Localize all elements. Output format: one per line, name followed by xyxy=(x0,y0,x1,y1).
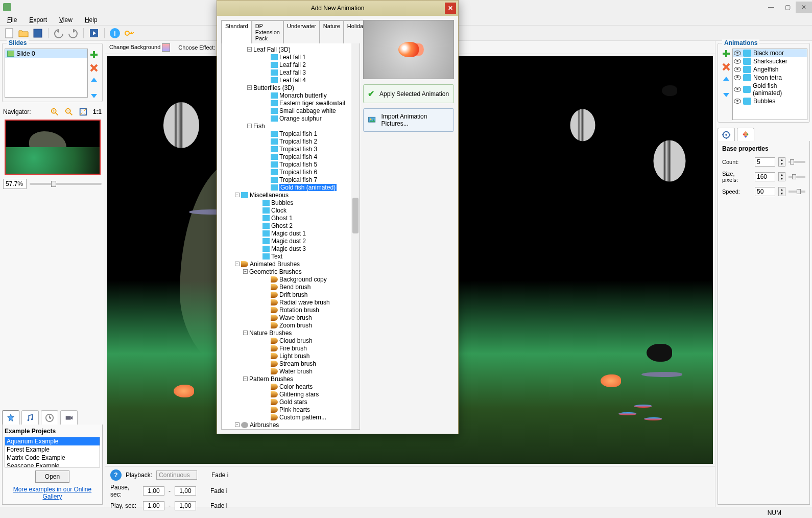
menu-help[interactable]: Help xyxy=(81,15,102,25)
tree-node[interactable]: Tropical fish 5 xyxy=(223,160,359,168)
open-button[interactable] xyxy=(17,27,30,39)
playback-mode-select[interactable]: Continuous xyxy=(156,470,197,480)
move-slide-up-button[interactable] xyxy=(89,76,99,86)
menu-export[interactable]: Export xyxy=(25,15,51,25)
tree-node[interactable]: Tropical fish 2 xyxy=(223,137,359,145)
tree-node[interactable]: Ghost 2 xyxy=(223,222,359,229)
speed-spinner[interactable]: ▲▼ xyxy=(778,187,785,196)
example-item[interactable]: Forest Example xyxy=(5,445,100,454)
speed-input[interactable]: 50 xyxy=(755,187,775,196)
tab-camera[interactable] xyxy=(60,410,78,425)
tree-node[interactable]: Water brush xyxy=(223,367,359,375)
change-background-button[interactable]: Change Background xyxy=(109,43,170,52)
online-gallery-link[interactable]: More examples in our Online Gallery xyxy=(5,484,100,502)
tree-node[interactable]: Radial wave brush xyxy=(223,298,359,306)
fit-button[interactable] xyxy=(79,107,88,116)
tree-node[interactable]: Magic dust 1 xyxy=(223,229,359,237)
tree-node[interactable]: −Butterflies (3D) xyxy=(223,84,359,91)
tree-node[interactable]: Color hearts xyxy=(223,383,359,390)
save-button[interactable] xyxy=(32,27,44,39)
tree-node[interactable]: Gold fish (animated) xyxy=(223,183,359,191)
visibility-icon[interactable] xyxy=(734,99,741,104)
expand-icon[interactable]: − xyxy=(247,47,252,52)
tree-node[interactable]: Glittering stars xyxy=(223,390,359,398)
pause-min-input[interactable] xyxy=(143,486,164,496)
count-slider[interactable] xyxy=(789,161,805,163)
open-example-button[interactable]: Open xyxy=(35,470,69,483)
tree-node[interactable]: Bubbles xyxy=(223,199,359,206)
dialog-close-button[interactable]: ✕ xyxy=(445,3,456,14)
visibility-icon[interactable] xyxy=(734,87,741,92)
key-button[interactable] xyxy=(123,27,135,39)
expand-icon[interactable]: − xyxy=(243,269,248,274)
tab-nature[interactable]: Nature xyxy=(320,20,344,43)
apply-animation-button[interactable]: ✔ Apply Selected Animation xyxy=(363,84,454,103)
add-anim-button[interactable] xyxy=(721,49,731,59)
size-spinner[interactable]: ▲▼ xyxy=(778,172,785,181)
slides-list[interactable]: Slide 0 xyxy=(5,49,88,98)
expand-icon[interactable]: − xyxy=(247,85,252,90)
tree-node[interactable]: Monarch butterfly xyxy=(223,91,359,99)
menu-file[interactable]: File xyxy=(3,15,21,25)
tree-node[interactable]: Text xyxy=(223,252,359,260)
tab-standard[interactable]: Standard xyxy=(222,20,252,43)
zoom-in-button[interactable] xyxy=(50,107,59,116)
tree-node[interactable]: Tropical fish 4 xyxy=(223,153,359,160)
close-button[interactable]: ✕ xyxy=(796,2,812,13)
tree-node[interactable]: Fire brush xyxy=(223,344,359,352)
example-item[interactable]: Seascape Example xyxy=(5,462,100,467)
tree-node[interactable]: Leaf fall 1 xyxy=(223,53,359,61)
add-slide-button[interactable] xyxy=(89,50,99,60)
zoom-out-button[interactable] xyxy=(64,107,74,116)
examples-list[interactable]: Aquarium Example Forest Example Matrix C… xyxy=(5,437,100,467)
help-icon[interactable]: ? xyxy=(110,469,122,481)
tree-node[interactable]: −Airbrushes xyxy=(223,421,359,429)
tab-base-props[interactable] xyxy=(718,128,735,141)
slide-item[interactable]: Slide 0 xyxy=(5,49,87,58)
example-item[interactable]: Matrix Code Example xyxy=(5,454,100,462)
tree-node[interactable]: Gold stars xyxy=(223,398,359,406)
tab-clock[interactable] xyxy=(41,410,58,425)
tab-color-props[interactable] xyxy=(737,128,754,141)
dialog-titlebar[interactable]: Add New Animation ✕ xyxy=(217,1,458,16)
tree-node[interactable]: Pink hearts xyxy=(223,406,359,413)
expand-icon[interactable]: − xyxy=(235,422,240,427)
size-slider[interactable] xyxy=(789,176,805,178)
remove-anim-button[interactable] xyxy=(721,62,731,72)
tree-node[interactable]: Rotation brush xyxy=(223,306,359,314)
animation-item[interactable]: Bubbles xyxy=(733,97,807,105)
import-pictures-button[interactable]: Import Animation Pictures... xyxy=(363,108,454,132)
tab-dp-extension[interactable]: DP Extension Pack xyxy=(252,20,283,43)
visibility-icon[interactable] xyxy=(734,59,741,64)
tree-node[interactable]: Tropical fish 1 xyxy=(223,130,359,137)
tree-node[interactable]: Tropical fish 7 xyxy=(223,176,359,183)
tree-node[interactable]: Leaf fall 3 xyxy=(223,68,359,76)
tree-node[interactable]: Custom pattern... xyxy=(223,413,359,421)
navigator-thumbnail[interactable] xyxy=(5,120,101,175)
tree-node[interactable]: Stream brush xyxy=(223,360,359,367)
remove-slide-button[interactable] xyxy=(89,63,99,73)
tree-node[interactable]: Clock xyxy=(223,206,359,214)
visibility-icon[interactable] xyxy=(734,67,741,72)
tree-scrollbar[interactable] xyxy=(351,43,360,429)
example-item[interactable]: Aquarium Example xyxy=(5,437,100,445)
tree-node[interactable]: −Nature Brushes xyxy=(223,329,359,337)
tree-node[interactable]: Background copy xyxy=(223,275,359,283)
tree-node[interactable]: Light brush xyxy=(223,352,359,360)
expand-icon[interactable]: − xyxy=(235,262,240,266)
expand-icon[interactable]: − xyxy=(247,124,252,128)
expand-icon[interactable]: − xyxy=(243,376,248,381)
move-anim-down-button[interactable] xyxy=(721,88,731,99)
animation-item[interactable]: Black moor xyxy=(733,49,807,57)
tree-node[interactable]: Leaf fall 2 xyxy=(223,61,359,68)
animations-list[interactable]: Black moor Sharksucker Angelfish Neon te… xyxy=(732,49,807,120)
tree-node[interactable]: −Animated Brushes xyxy=(223,260,359,268)
tree-node[interactable]: Drift brush xyxy=(223,291,359,298)
expand-icon[interactable]: − xyxy=(235,193,240,197)
maximize-button[interactable]: ▢ xyxy=(779,2,796,13)
tree-node[interactable]: Leaf fall 4 xyxy=(223,76,359,84)
tree-node[interactable]: Eastern tiger swallowtail xyxy=(223,99,359,107)
tab-music[interactable] xyxy=(21,410,39,425)
tree-node[interactable]: −Miscellaneous xyxy=(223,191,359,199)
animation-item[interactable]: Angelfish xyxy=(733,65,807,74)
